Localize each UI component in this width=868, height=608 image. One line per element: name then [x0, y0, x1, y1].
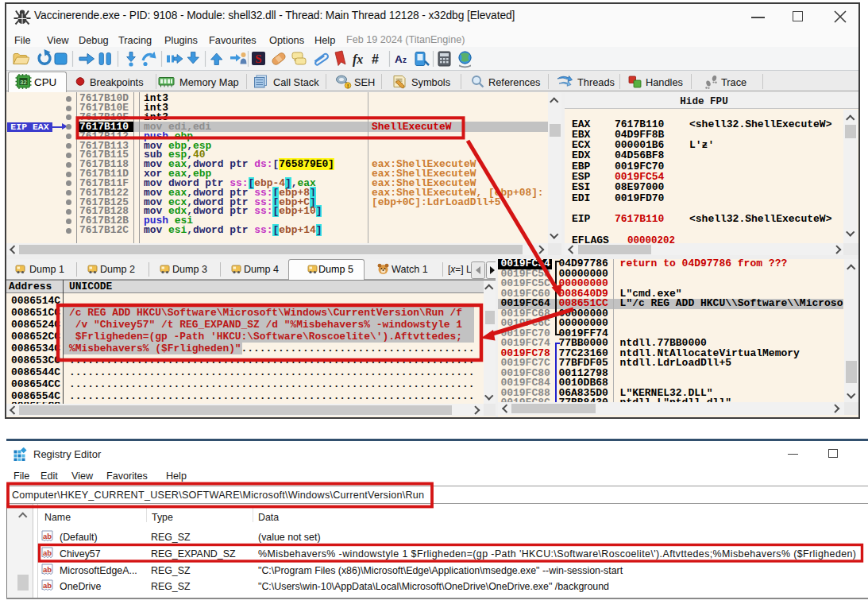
svg-text:!: !	[347, 83, 349, 89]
svg-text:S: S	[255, 52, 261, 65]
svg-text:ab: ab	[43, 548, 52, 557]
svg-text:fx: fx	[353, 52, 363, 67]
svg-text:32: 32	[20, 79, 26, 86]
svg-text:ab: ab	[43, 581, 52, 590]
svg-text:ab: ab	[43, 532, 52, 540]
svg-text:ab: ab	[43, 565, 52, 574]
svg-text:#: #	[372, 52, 379, 66]
svg-text:A: A	[395, 53, 403, 65]
svg-text:z: z	[403, 56, 407, 64]
